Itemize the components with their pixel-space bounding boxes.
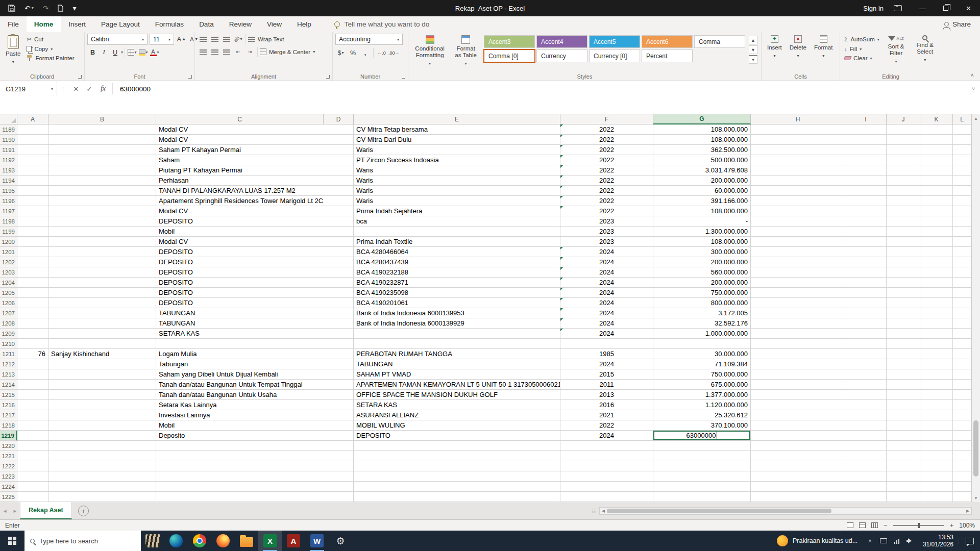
cell-A1220[interactable] bbox=[17, 441, 48, 451]
cell-B1215[interactable] bbox=[48, 390, 156, 400]
autosum-button[interactable]: ΣAutoSum▾ bbox=[843, 35, 881, 43]
cell-B1218[interactable] bbox=[48, 420, 156, 431]
cell-E1202[interactable]: BCA 4280437439 bbox=[354, 257, 560, 267]
cell-I1209[interactable] bbox=[845, 329, 887, 339]
undo-button[interactable]: ↶▾ bbox=[24, 5, 34, 12]
cell-G1216[interactable]: 1.120.000.000 bbox=[653, 400, 751, 410]
zoom-slider[interactable] bbox=[893, 525, 944, 526]
cell-L1193[interactable] bbox=[953, 165, 971, 176]
cell-E1215[interactable]: OFFICE SPACE THE MANSION DUKUH GOLF bbox=[354, 390, 560, 400]
cell-K1207[interactable] bbox=[920, 308, 953, 318]
style-tile-currency[interactable]: Currency bbox=[536, 49, 587, 62]
tab-scrollbar-splitter[interactable]: ⁞⁞ bbox=[589, 508, 599, 514]
cell-B1225[interactable] bbox=[48, 492, 156, 502]
cell-J1189[interactable] bbox=[887, 124, 920, 135]
row-header-1220[interactable]: 1220 bbox=[0, 441, 17, 451]
cell-G1197[interactable]: 108.000.000 bbox=[653, 206, 751, 216]
tab-formulas[interactable]: Formulas bbox=[148, 16, 191, 32]
format-painter-button[interactable]: Format Painter bbox=[25, 55, 76, 62]
style-tile-accent6[interactable]: Accent6 bbox=[642, 35, 693, 48]
taskbar-firefox[interactable] bbox=[211, 531, 235, 551]
cell-L1223[interactable] bbox=[953, 471, 971, 482]
cell-G1202[interactable]: 200.000.000 bbox=[653, 257, 751, 267]
cell-H1223[interactable] bbox=[751, 471, 845, 482]
scroll-up-button[interactable]: ▲ bbox=[972, 114, 980, 122]
cell-I1196[interactable] bbox=[845, 196, 887, 206]
name-box[interactable]: G1219▾ bbox=[0, 81, 57, 96]
hidden-icons-chevron[interactable]: ˄ bbox=[864, 538, 876, 544]
row-header-1203[interactable]: 1203 bbox=[0, 267, 17, 278]
cell-F1192[interactable]: 2022 bbox=[560, 155, 653, 165]
cell-K1206[interactable] bbox=[920, 298, 953, 308]
cell-B1197[interactable] bbox=[48, 206, 156, 216]
cell-F1209[interactable]: 2024 bbox=[560, 329, 653, 339]
cell-I1207[interactable] bbox=[845, 308, 887, 318]
cell-A1192[interactable] bbox=[17, 155, 48, 165]
cell-E1201[interactable]: BCA 4280466064 bbox=[354, 247, 560, 257]
cell-L1199[interactable] bbox=[953, 227, 971, 237]
row-header-1202[interactable]: 1202 bbox=[0, 257, 17, 267]
cell-B1194[interactable] bbox=[48, 176, 156, 186]
cell-K1213[interactable] bbox=[920, 369, 953, 380]
tab-view[interactable]: View bbox=[259, 16, 289, 32]
cell-L1196[interactable] bbox=[953, 196, 971, 206]
cell-I1210[interactable] bbox=[845, 339, 887, 349]
cell-F1220[interactable] bbox=[560, 441, 653, 451]
cell-A1212[interactable] bbox=[17, 359, 48, 369]
number-format-combo[interactable]: Accounting▾ bbox=[335, 34, 403, 45]
cell-I1195[interactable] bbox=[845, 186, 887, 196]
cell-K1204[interactable] bbox=[920, 278, 953, 288]
cell-L1200[interactable] bbox=[953, 237, 971, 247]
column-header-D[interactable]: D bbox=[324, 114, 354, 124]
cell-F1208[interactable]: 2024 bbox=[560, 318, 653, 329]
customize-qat-button[interactable]: ▾ bbox=[72, 5, 76, 12]
cell-J1223[interactable] bbox=[887, 471, 920, 482]
cell-J1220[interactable] bbox=[887, 441, 920, 451]
column-header-C[interactable]: C bbox=[156, 114, 324, 124]
cell-A1210[interactable] bbox=[17, 339, 48, 349]
font-dialog-launcher[interactable] bbox=[188, 75, 192, 79]
cell-H1205[interactable] bbox=[751, 288, 845, 298]
cell-I1214[interactable] bbox=[845, 380, 887, 390]
cell-B1214[interactable] bbox=[48, 380, 156, 390]
cell-H1225[interactable] bbox=[751, 492, 845, 502]
cell-B1210[interactable] bbox=[48, 339, 156, 349]
cell-I1221[interactable] bbox=[845, 451, 887, 461]
scroll-left-button[interactable]: ◀ bbox=[600, 509, 607, 513]
cell-F1204[interactable]: 2024 bbox=[560, 278, 653, 288]
taskbar-edge[interactable] bbox=[164, 531, 188, 551]
taskbar-folder[interactable] bbox=[235, 531, 258, 551]
cell-C1204[interactable]: DEPOSITO bbox=[156, 278, 354, 288]
cell-B1223[interactable] bbox=[48, 471, 156, 482]
cell-E1212[interactable]: TABUNGAN bbox=[354, 359, 560, 369]
cell-G1195[interactable]: 60.000.000 bbox=[653, 186, 751, 196]
cell-B1203[interactable] bbox=[48, 267, 156, 278]
tab-review[interactable]: Review bbox=[222, 16, 259, 32]
cell-L1201[interactable] bbox=[953, 247, 971, 257]
cell-C1206[interactable]: DEPOSITO bbox=[156, 298, 354, 308]
cell-L1224[interactable] bbox=[953, 482, 971, 492]
cell-F1205[interactable]: 2024 bbox=[560, 288, 653, 298]
cell-H1196[interactable] bbox=[751, 196, 845, 206]
column-header-B[interactable]: B bbox=[48, 114, 156, 124]
row-header-1214[interactable]: 1214 bbox=[0, 380, 17, 390]
format-cells-button[interactable]: Format▾ bbox=[811, 34, 836, 61]
cell-F1212[interactable]: 2024 bbox=[560, 359, 653, 369]
cell-E1224[interactable] bbox=[354, 482, 560, 492]
font-size-combo[interactable]: 11▾ bbox=[150, 34, 174, 45]
cell-A1205[interactable] bbox=[17, 288, 48, 298]
cell-F1224[interactable] bbox=[560, 482, 653, 492]
row-header-1196[interactable]: 1196 bbox=[0, 196, 17, 206]
cell-B1205[interactable] bbox=[48, 288, 156, 298]
cell-H1194[interactable] bbox=[751, 176, 845, 186]
scroll-right-button[interactable]: ▶ bbox=[964, 509, 971, 513]
cell-A1189[interactable] bbox=[17, 124, 48, 135]
cell-L1198[interactable] bbox=[953, 216, 971, 227]
cell-A1206[interactable] bbox=[17, 298, 48, 308]
cell-G1194[interactable]: 200.000.000 bbox=[653, 176, 751, 186]
cell-E1194[interactable]: Waris bbox=[354, 176, 560, 186]
cell-F1219[interactable]: 2024 bbox=[560, 431, 653, 441]
cell-L1205[interactable] bbox=[953, 288, 971, 298]
cell-J1213[interactable] bbox=[887, 369, 920, 380]
cell-E1222[interactable] bbox=[354, 461, 560, 471]
